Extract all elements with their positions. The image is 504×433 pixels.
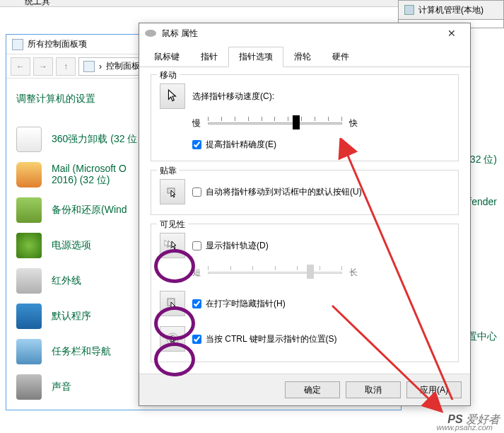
tab-pointers[interactable]: 指针 (190, 47, 228, 67)
item-label: 红外线 (52, 275, 81, 287)
mail-icon (16, 162, 42, 187)
ctrlpanel-title-text: 所有控制面板项 (28, 38, 87, 50)
cursor-icon (167, 89, 178, 103)
right-tree-label: 计算机管理(本地) (418, 4, 484, 16)
item-label: 360强力卸载 (32 位 (52, 133, 137, 146)
hide-pointer-icon (166, 297, 179, 310)
trails-checkbox[interactable] (192, 241, 201, 250)
path-icon (83, 61, 95, 72)
group-title: 贴靠 (157, 165, 180, 177)
fast-label: 快 (349, 117, 358, 129)
group-title: 可见性 (157, 219, 188, 231)
trails-preview (160, 233, 185, 258)
ctrl-preview (160, 326, 185, 352)
group-title: 移动 (157, 69, 180, 81)
button-cursor-icon (167, 185, 178, 199)
apply-button[interactable]: 应用(A) (406, 381, 462, 398)
slow-label: 慢 (192, 117, 201, 129)
bg-text-fragment: (32 位) (467, 154, 497, 166)
dialog-button-bar: 确定 取消 应用(A) (139, 374, 470, 405)
tab-wheel[interactable]: 滑轮 (283, 47, 322, 67)
tab-strip: 鼠标键 指针 指针选项 滑轮 硬件 (139, 43, 470, 67)
hide-typing-label: 在打字时隐藏指针(H) (206, 298, 286, 310)
trails-icon (164, 239, 181, 252)
default-programs-icon (16, 304, 42, 329)
close-button[interactable]: ✕ (439, 25, 464, 41)
item-label: 任务栏和导航 (52, 345, 111, 358)
snapto-group: 贴靠 自动将指针移动到对话框中的默认按钮(U) (151, 170, 459, 215)
snapto-label: 自动将指针移动到对话框中的默认按钮(U) (206, 186, 362, 198)
watermark: PS 爱好者 www.psahz.com (447, 412, 500, 427)
tab-hardware[interactable]: 硬件 (322, 47, 360, 67)
hide-preview (160, 291, 185, 316)
slider-thumb[interactable] (293, 115, 300, 129)
infrared-icon (16, 268, 42, 294)
uninstall-icon (16, 127, 42, 152)
mouse-icon (145, 30, 156, 37)
taskbar-icon (16, 339, 42, 364)
pointer-speed-slider[interactable] (208, 115, 342, 132)
cursor-preview (160, 83, 185, 109)
computer-mgmt-icon (404, 5, 414, 15)
trails-label: 显示指针轨迹(D) (206, 240, 269, 252)
backup-icon (16, 197, 42, 223)
power-icon (16, 233, 42, 258)
nav-forward-button[interactable]: → (33, 57, 53, 76)
visibility-group: 可见性 显示指针轨迹(D) 短 长 (151, 224, 459, 362)
cancel-button[interactable]: 取消 (346, 381, 401, 398)
sound-icon (16, 374, 42, 400)
trails-length-slider (208, 264, 342, 281)
item-label: 声音 (52, 381, 71, 393)
tab-pointer-options[interactable]: 指针选项 (228, 47, 283, 67)
slider-thumb (307, 265, 314, 279)
motion-group: 移动 选择指针移动速度(C): 慢 快 提高指针精确度(E) (151, 74, 459, 161)
bg-text-fragment: 置中心 (467, 330, 497, 343)
enhance-precision-label: 提高指针精确度(E) (206, 139, 276, 151)
dialog-body: 移动 选择指针移动速度(C): 慢 快 提高指针精确度(E) (139, 67, 470, 374)
ctrlpanel-icon (12, 39, 23, 50)
watermark-url: www.psahz.com (437, 423, 493, 432)
item-label: Mail (Microsoft O 2016) (32 位) (52, 163, 127, 187)
item-label: 默认程序 (52, 310, 91, 323)
tab-buttons[interactable]: 鼠标键 (143, 47, 190, 67)
ctrl-locate-checkbox[interactable] (192, 335, 201, 344)
breadcrumb-text: 控制面板 (106, 60, 140, 72)
snapto-preview (160, 179, 185, 204)
mouse-properties-dialog: 鼠标 属性 ✕ 鼠标键 指针 指针选项 滑轮 硬件 移动 选择指针移动速度(C)… (139, 23, 471, 406)
dialog-title: 鼠标 属性 (162, 28, 433, 40)
ctrl-locate-icon (165, 332, 180, 346)
long-label: 长 (349, 267, 358, 279)
item-label: 电源选项 (52, 239, 91, 252)
nav-up-button[interactable]: ↑ (56, 57, 76, 76)
dialog-titlebar[interactable]: 鼠标 属性 ✕ (139, 23, 470, 43)
bg-title: 统工具 (25, 0, 50, 8)
enhance-precision-checkbox[interactable] (192, 140, 201, 149)
right-tree-header: 计算机管理(本地) (398, 0, 504, 20)
item-label: 备份和还原(Wind (52, 204, 127, 216)
nav-back-button[interactable]: ← (11, 57, 30, 76)
snapto-checkbox[interactable] (192, 187, 201, 197)
hide-typing-checkbox[interactable] (192, 299, 201, 308)
ctrl-locate-label: 当按 CTRL 键时显示指针的位置(S) (206, 333, 337, 345)
speed-label: 选择指针移动速度(C): (192, 91, 274, 103)
ok-button[interactable]: 确定 (285, 381, 340, 398)
short-label: 短 (192, 267, 201, 279)
